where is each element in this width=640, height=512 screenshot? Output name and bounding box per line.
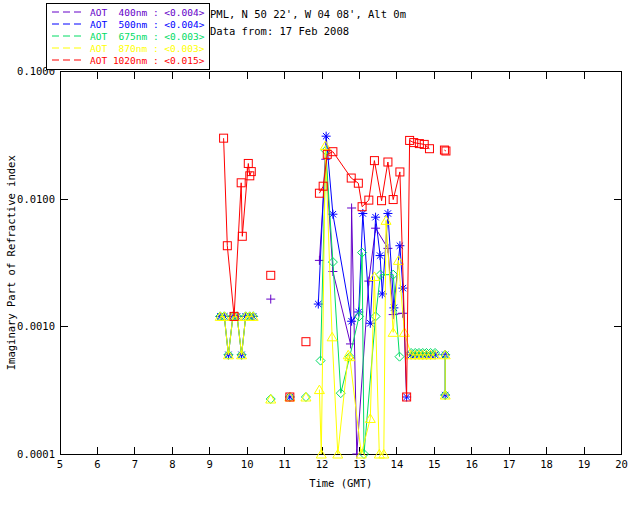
x-tick-label: 10 <box>241 458 254 470</box>
x-tick-label: 5 <box>57 458 63 470</box>
station-info: PML, N 50 22', W 04 08', Alt 0m <box>210 6 406 23</box>
series-aot-675nm <box>216 146 450 458</box>
legend-item-aot-870nm: AOT 870nm : <0.003> <box>52 42 204 54</box>
legend-dash-swatch-aot-400nm <box>52 8 85 16</box>
legend-item-aot-400nm: AOT 400nm : <0.004> <box>52 6 204 18</box>
series-aot-870nm <box>215 141 450 458</box>
legend-label-aot-870nm: AOT 870nm : <0.003> <box>90 43 204 54</box>
y-tick-label: 0.0010 <box>17 320 55 332</box>
x-tick-label: 13 <box>353 458 366 470</box>
legend-dash-swatch-aot-870nm <box>52 44 85 52</box>
legend-label-aot-1020nm: AOT 1020nm : <0.015> <box>90 55 204 66</box>
header: PML, N 50 22', W 04 08', Alt 0m Data fro… <box>210 6 406 40</box>
x-tick-label: 6 <box>94 458 100 470</box>
x-tick-label: 7 <box>132 458 138 470</box>
y-tick-labels: 0.10000.01000.00100.0001 <box>17 65 55 460</box>
legend-dash-swatch-aot-1020nm <box>52 56 85 64</box>
legend-dash-swatch-aot-500nm <box>52 20 85 28</box>
x-tick-labels: 567891011121314151617181920 <box>57 458 628 470</box>
aot-refractive-index-screen: 5678910111213141516171819200.10000.01000… <box>0 0 640 512</box>
x-tick-label: 17 <box>503 458 516 470</box>
x-tick-label: 14 <box>391 458 404 470</box>
series-aot-1020nm <box>220 134 450 401</box>
legend-label-aot-675nm: AOT 675nm : <0.003> <box>90 31 204 42</box>
legend-label-aot-400nm: AOT 400nm : <0.004> <box>90 7 204 18</box>
legend-label-aot-500nm: AOT 500nm : <0.004> <box>90 19 204 30</box>
x-tick-label: 16 <box>465 458 478 470</box>
x-tick-label: 15 <box>428 458 441 470</box>
plot-svg: 5678910111213141516171819200.10000.01000… <box>0 0 640 512</box>
legend-item-aot-500nm: AOT 500nm : <0.004> <box>52 18 204 30</box>
x-tick-label: 19 <box>578 458 591 470</box>
data-date: Data from: 17 Feb 2008 <box>210 23 406 40</box>
legend-dash-swatch-aot-675nm <box>52 32 85 40</box>
legend-item-aot-675nm: AOT 675nm : <0.003> <box>52 30 204 42</box>
y-axis-title: Imaginary Part of Refractive index <box>5 155 17 370</box>
y-tick-label: 0.0001 <box>17 448 55 460</box>
x-tick-label: 8 <box>169 458 175 470</box>
x-tick-label: 9 <box>207 458 213 470</box>
legend-item-aot-1020nm: AOT 1020nm : <0.015> <box>52 54 204 66</box>
x-tick-label: 20 <box>615 458 628 470</box>
x-tick-label: 18 <box>540 458 553 470</box>
x-tick-label: 12 <box>316 458 329 470</box>
x-tick-label: 11 <box>278 458 291 470</box>
y-tick-label: 0.0100 <box>17 193 55 205</box>
axes <box>60 72 622 455</box>
x-axis-title: Time (GMT) <box>309 477 372 489</box>
legend: AOT 400nm : <0.004>AOT 500nm : <0.004>AO… <box>46 3 210 70</box>
